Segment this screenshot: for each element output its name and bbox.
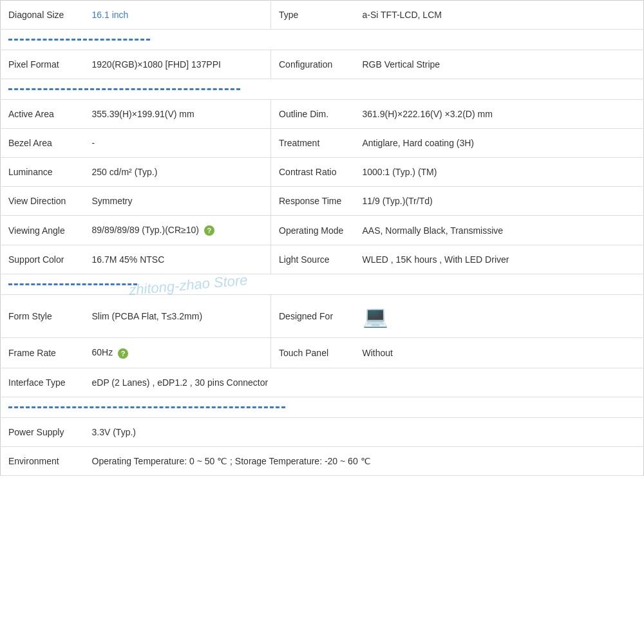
label-viewing-angle: Viewing Angle (1, 216, 84, 245)
table-row-luminance: Luminance 250 cd/m² (Typ.) Contrast Rati… (1, 158, 644, 187)
value2-pixel-format: RGB Vertical Stripe (355, 50, 644, 79)
label2-frame-rate: Touch Panel (271, 338, 355, 368)
label-power-supply: Power Supply (1, 417, 84, 446)
table-row-interface-type: Interface Type eDP (2 Lanes) , eDP1.2 , … (1, 368, 644, 397)
table-row-power-supply: Power Supply 3.3V (Typ.) (1, 417, 644, 446)
value2-support-color: WLED , 15K hours , With LED Driver (355, 245, 644, 274)
value-support-color: 16.7M 45% NTSC (84, 245, 271, 274)
dashed-line-pixel-format (1, 79, 271, 100)
value-power-supply: 3.3V (Typ.) (84, 417, 644, 446)
label2-diagonal-size: Type (271, 1, 355, 30)
table-row-bezel-area: Bezel Area - Treatment Antiglare, Hard c… (1, 129, 644, 158)
dashed-row-diagonal-size (1, 30, 644, 50)
value-form-style: Slim (PCBA Flat, T≤3.2mm) (84, 295, 271, 338)
label2-bezel-area: Treatment (271, 129, 355, 158)
label-view-direction: View Direction (1, 187, 84, 216)
help-icon-viewing-angle[interactable]: ? (204, 225, 214, 236)
value2-bezel-area: Antiglare, Hard coating (3H) (355, 129, 644, 158)
label2-pixel-format: Configuration (271, 50, 355, 79)
value-text-diagonal-size: 16.1 inch (92, 10, 129, 20)
value-view-direction: Symmetry (84, 187, 271, 216)
label-interface-type: Interface Type (1, 368, 84, 397)
label-active-area: Active Area (1, 100, 84, 129)
value2-view-direction: 11/9 (Typ.)(Tr/Td) (355, 187, 644, 216)
value-diagonal-size: 16.1 inch (84, 1, 271, 30)
label-support-color: Support Color (1, 245, 84, 274)
label-bezel-area: Bezel Area (1, 129, 84, 158)
table-row-support-color: Support Color 16.7M 45% NTSC Light Sourc… (1, 245, 644, 274)
value-viewing-angle: 89/89/89/89 (Typ.)(CR≥10) ? (84, 216, 271, 245)
table-row-frame-rate: Frame Rate 60Hz ? Touch Panel Without (1, 338, 644, 368)
label2-form-style: Designed For (271, 295, 355, 338)
table-row-viewing-angle: Viewing Angle 89/89/89/89 (Typ.)(CR≥10) … (1, 216, 644, 245)
label2-support-color: Light Source (271, 245, 355, 274)
value2-frame-rate: Without (355, 338, 644, 368)
label-luminance: Luminance (1, 158, 84, 187)
table-row-form-style: Form Style Slim (PCBA Flat, T≤3.2mm) Des… (1, 295, 644, 338)
label2-luminance: Contrast Ratio (271, 158, 355, 187)
label-frame-rate: Frame Rate (1, 338, 84, 368)
table-row-diagonal-size: Diagonal Size 16.1 inch Type a-Si TFT-LC… (1, 1, 644, 30)
table-row-active-area: Active Area 355.39(H)×199.91(V) mm Outli… (1, 100, 644, 129)
value2-active-area: 361.9(H)×222.16(V) ×3.2(D) mm (355, 100, 644, 129)
table-row-pixel-format: Pixel Format 1920(RGB)×1080 [FHD] 137PPI… (1, 50, 644, 79)
label-pixel-format: Pixel Format (1, 50, 84, 79)
value2-luminance: 1000:1 (Typ.) (TM) (355, 158, 644, 187)
table-row-environment: Environment Operating Temperature: 0 ~ 5… (1, 446, 644, 475)
dashed-line-diagonal-size (1, 30, 271, 50)
value-bezel-area: - (84, 129, 271, 158)
spec-table: Diagonal Size 16.1 inch Type a-Si TFT-LC… (0, 0, 644, 476)
label-diagonal-size: Diagonal Size (1, 1, 84, 30)
value-interface-type: eDP (2 Lanes) , eDP1.2 , 30 pins Connect… (84, 368, 644, 397)
value2-diagonal-size: a-Si TFT-LCD, LCM (355, 1, 644, 30)
dashed-row-interface-type (1, 397, 644, 417)
value-active-area: 355.39(H)×199.91(V) mm (84, 100, 271, 129)
label2-viewing-angle: Operating Mode (271, 216, 355, 245)
table-row-view-direction: View Direction Symmetry Response Time 11… (1, 187, 644, 216)
label-form-style: Form Style (1, 295, 84, 338)
help-icon-frame-rate[interactable]: ? (118, 348, 128, 359)
label-environment: Environment (1, 446, 84, 475)
value2-form-style: 💻 (355, 295, 644, 338)
value-frame-rate: 60Hz ? (84, 338, 271, 368)
dashed-row-pixel-format (1, 79, 644, 100)
laptop-icon: 💻 (363, 305, 388, 328)
value2-viewing-angle: AAS, Normally Black, Transmissive (355, 216, 644, 245)
dashed-line-interface-type (1, 397, 644, 417)
dashed-line-support-color (1, 274, 271, 295)
value-environment: Operating Temperature: 0 ~ 50 ℃ ; Storag… (84, 446, 644, 475)
value-luminance: 250 cd/m² (Typ.) (84, 158, 271, 187)
label2-view-direction: Response Time (271, 187, 355, 216)
value-pixel-format: 1920(RGB)×1080 [FHD] 137PPI (84, 50, 271, 79)
dashed-row-support-color (1, 274, 644, 295)
label2-active-area: Outline Dim. (271, 100, 355, 129)
